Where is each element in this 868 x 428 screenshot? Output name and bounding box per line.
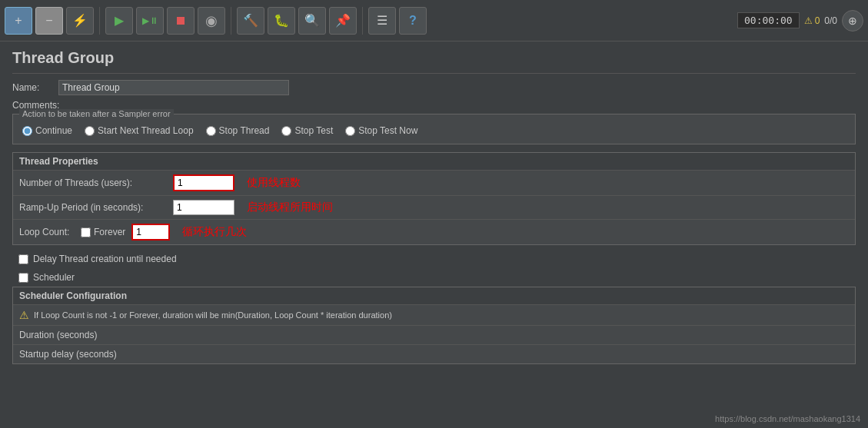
delay-label: Delay Thread creation until needed	[33, 254, 177, 264]
warning-area: ⚠ 0	[804, 15, 820, 26]
name-row: Name:	[12, 80, 856, 95]
toolbar: + − ⚡ ▶ ▶⏸ ⏹ ◉ 🔨 🐛 🔍 📌 ☰ ? 00:00:00 ⚠ 0	[0, 0, 868, 41]
rampup-label: Ramp-Up Period (in seconds):	[19, 202, 173, 213]
radio-stop-thread[interactable]: Stop Thread	[206, 125, 270, 136]
scheduler-warning-row: ⚠ If Loop Count is not -1 or Forever, du…	[13, 305, 855, 326]
startup-label: Startup delay (seconds)	[19, 349, 117, 360]
separator-3	[362, 7, 363, 35]
separator-1	[99, 7, 100, 35]
radio-start-next[interactable]: Start Next Thread Loop	[85, 125, 194, 136]
thread-props-title: Thread Properties	[13, 153, 855, 171]
main-content: Thread Group Name: Comments: Action to b…	[0, 41, 868, 377]
warning-icon: ⚠	[804, 15, 813, 26]
list-button[interactable]: ☰	[368, 7, 396, 35]
scheduler-label: Scheduler	[33, 272, 75, 283]
loop-annotation: 循环执行几次	[182, 225, 247, 239]
help-button[interactable]: ?	[399, 7, 427, 35]
separator-2	[231, 7, 231, 35]
scheduler-checkbox[interactable]	[18, 273, 28, 283]
add-button[interactable]: +	[5, 7, 32, 35]
threads-annotation: 使用线程数	[247, 176, 301, 190]
startup-row: Startup delay (seconds)	[13, 345, 855, 363]
circle-button[interactable]: ◉	[198, 7, 225, 35]
rampup-annotation: 启动线程所用时间	[247, 201, 333, 214]
lightning-button[interactable]: ⚡	[66, 7, 94, 35]
remote-button[interactable]: ⊕	[842, 10, 863, 32]
page-title: Thread Group	[12, 49, 856, 74]
loop-row: Loop Count: Forever 循环执行几次	[13, 220, 855, 244]
hammer-button[interactable]: 🔨	[237, 7, 264, 35]
loop-forever-checkbox[interactable]	[81, 227, 91, 237]
footer-watermark: https://blog.csdn.net/mashaokang1314	[715, 414, 860, 423]
sampler-error-box: Action to be taken after a Sampler error…	[12, 114, 856, 144]
pin-button[interactable]: 📌	[329, 7, 357, 35]
rampup-row: Ramp-Up Period (in seconds): 启动线程所用时间	[13, 196, 855, 220]
loop-count-input[interactable]	[131, 224, 170, 241]
thread-properties-section: Thread Properties Number of Threads (use…	[12, 152, 856, 245]
loop-forever-label[interactable]: Forever	[81, 227, 125, 237]
radio-stop-test[interactable]: Stop Test	[281, 125, 333, 136]
scheduler-checkbox-row: Scheduler	[12, 268, 856, 287]
radio-continue[interactable]: Continue	[22, 125, 72, 136]
remove-button[interactable]: −	[35, 7, 63, 35]
scheduler-warning-text: If Loop Count is not -1 or Forever, dura…	[34, 310, 392, 320]
loop-label: Loop Count:	[19, 227, 81, 237]
threads-input[interactable]	[173, 174, 234, 191]
play-button[interactable]: ▶	[105, 7, 133, 35]
duration-row: Duration (seconds)	[13, 326, 855, 345]
scheduler-config-section: Scheduler Configuration ⚠ If Loop Count …	[12, 287, 856, 364]
scheduler-config-title: Scheduler Configuration	[13, 287, 855, 305]
name-input[interactable]	[58, 80, 289, 95]
threads-label: Number of Threads (users):	[19, 178, 173, 188]
stop-button[interactable]: ⏹	[167, 7, 195, 35]
rampup-input[interactable]	[173, 200, 234, 215]
radio-stop-test-now[interactable]: Stop Test Now	[345, 125, 417, 136]
bug-button[interactable]: 🐛	[268, 7, 295, 35]
radio-group: Continue Start Next Thread Loop Stop Thr…	[22, 121, 846, 138]
delay-checkbox-row: Delay Thread creation until needed	[12, 250, 856, 268]
search-button[interactable]: 🔍	[298, 7, 326, 35]
delay-checkbox[interactable]	[18, 254, 28, 264]
toolbar-right: 00:00:00 ⚠ 0 0/0 ⊕	[737, 10, 863, 32]
page-count: 0/0	[824, 15, 837, 26]
duration-label: Duration (seconds)	[19, 330, 97, 340]
timer-display: 00:00:00	[737, 12, 800, 28]
warning-count: 0	[815, 15, 820, 26]
name-label: Name:	[12, 82, 58, 93]
warning-triangle-icon: ⚠	[19, 309, 29, 321]
sampler-error-title: Action to be taken after a Sampler error	[19, 109, 174, 118]
play-stop-button[interactable]: ▶⏸	[136, 7, 164, 35]
threads-row: Number of Threads (users): 使用线程数	[13, 171, 855, 196]
